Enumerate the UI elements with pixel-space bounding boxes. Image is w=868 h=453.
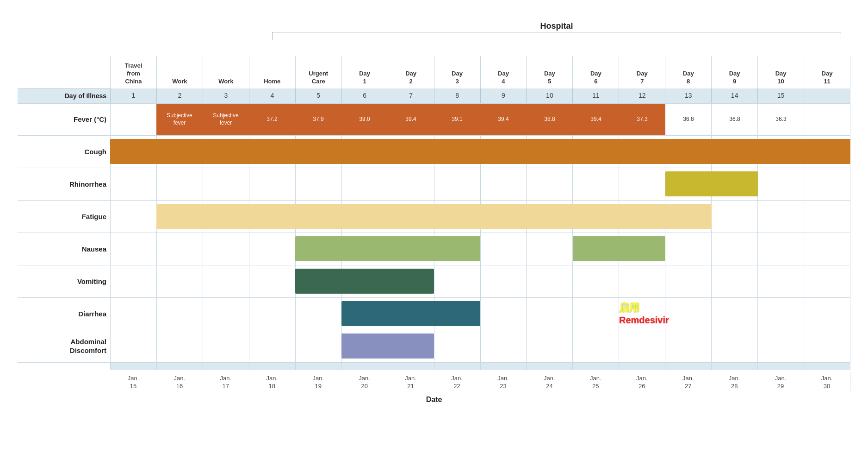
doi-cell-3: 4	[249, 88, 295, 103]
doi-cell-11: 12	[619, 88, 665, 103]
col-header-1: Work	[156, 56, 203, 88]
row-1-col-9	[526, 136, 572, 168]
row-6-col-7	[434, 298, 480, 330]
doi-cell-5: 6	[341, 88, 388, 103]
row-3-col-9	[526, 201, 572, 233]
bottom-strip-col-11	[619, 363, 665, 370]
bottom-strip-col-15	[804, 363, 850, 370]
data-row-5: Vomiting	[18, 265, 850, 298]
col-header-12: Day8	[665, 56, 711, 88]
row-7-col-13	[711, 330, 757, 362]
date-cell-13: Jan.28	[711, 372, 757, 391]
row-2-col-5	[341, 168, 388, 200]
bottom-strip-col-7	[434, 363, 480, 370]
row-2-col-2	[203, 168, 249, 200]
date-cell-14: Jan.29	[757, 372, 804, 391]
row-4-col-2	[203, 233, 249, 265]
row-2-col-15	[804, 168, 850, 200]
doi-cell-13: 14	[711, 88, 757, 103]
row-6-col-0	[110, 298, 156, 330]
row-6-col-13	[711, 298, 757, 330]
row-1-col-4	[295, 136, 341, 168]
bottom-strip-cols	[110, 363, 850, 370]
row-4-col-4	[295, 233, 341, 265]
date-cell-4: Jan.19	[295, 372, 341, 391]
row-1-col-3	[249, 136, 295, 168]
row-7-col-15	[804, 330, 850, 362]
row-2-col-6	[388, 168, 434, 200]
bottom-strip-col-13	[711, 363, 757, 370]
row-5-col-11	[619, 265, 665, 297]
row-0-col-3	[249, 104, 295, 135]
row-2-col-7	[434, 168, 480, 200]
chart-container: Hospital TravelfromChinaWorkWorkHomeUrge…	[13, 21, 855, 432]
row-4-col-13	[711, 233, 757, 265]
col-header-14: Day10	[757, 56, 804, 88]
row-3-col-11	[619, 201, 665, 233]
row-1-col-2	[203, 136, 249, 168]
row-0-col-11	[619, 104, 665, 135]
row-5-col-0	[110, 265, 156, 297]
row-4-col-9	[526, 233, 572, 265]
doi-cell-0: 1	[110, 88, 156, 103]
row-5-col-9	[526, 265, 572, 297]
row-4-col-10	[572, 233, 619, 265]
row-7-col-8	[480, 330, 527, 362]
date-cell-8: Jan.23	[480, 372, 527, 391]
row-0-col-12	[665, 104, 711, 135]
row-6-col-5	[341, 298, 388, 330]
row-3-col-2	[203, 201, 249, 233]
row-1-col-10	[572, 136, 619, 168]
row-6-col-1	[156, 298, 203, 330]
row-2-col-13	[711, 168, 757, 200]
bottom-strip-col-12	[665, 363, 711, 370]
row-6-col-2	[203, 298, 249, 330]
row-5-col-7	[434, 265, 480, 297]
doi-cell-2: 3	[203, 88, 249, 103]
date-cell-0: Jan.15	[110, 372, 156, 391]
row-4-col-3	[249, 233, 295, 265]
data-row-3: Fatigue	[18, 201, 850, 233]
bottom-strip	[18, 363, 850, 370]
row-2-col-3	[249, 168, 295, 200]
row-5-col-12	[665, 265, 711, 297]
row-5-col-5	[341, 265, 388, 297]
row-5-col-3	[249, 265, 295, 297]
date-cell-6: Jan.21	[388, 372, 434, 391]
row-cols-4	[110, 233, 850, 265]
doi-cell-10: 11	[572, 88, 619, 103]
row-label-6: Diarrhea	[18, 310, 110, 318]
data-row-7: AbdominalDiscomfort	[18, 330, 850, 363]
row-5-col-1	[156, 265, 203, 297]
row-0-col-8	[480, 104, 527, 135]
row-6-col-3	[249, 298, 295, 330]
bottom-strip-col-9	[526, 363, 572, 370]
row-label-7: AbdominalDiscomfort	[18, 337, 110, 355]
row-label-4: Nausea	[18, 245, 110, 253]
row-4-col-1	[156, 233, 203, 265]
bottom-strip-col-14	[757, 363, 804, 370]
row-1-col-14	[757, 136, 804, 168]
row-6-col-14	[757, 298, 804, 330]
data-row-2: Rhinorrhea	[18, 168, 850, 201]
date-cell-10: Jan.25	[572, 372, 619, 391]
hospital-section: Hospital	[272, 21, 841, 40]
col-header-15: Day11	[804, 56, 850, 88]
doi-row: Day of Illness 123456789101112131415	[18, 88, 850, 103]
row-2-col-8	[480, 168, 527, 200]
row-cols-2	[110, 168, 850, 200]
col-headers: TravelfromChinaWorkWorkHomeUrgentCareDay…	[18, 56, 850, 88]
doi-cell-1: 2	[156, 88, 203, 103]
row-7-col-5	[341, 330, 388, 362]
row-6-col-12	[665, 298, 711, 330]
row-7-col-4	[295, 330, 341, 362]
row-1-col-0	[110, 136, 156, 168]
row-0-col-0	[110, 104, 156, 135]
row-5-col-8	[480, 265, 527, 297]
row-3-col-8	[480, 201, 527, 233]
doi-cell-9: 10	[526, 88, 572, 103]
row-label-1: Cough	[18, 148, 110, 156]
row-6-col-4	[295, 298, 341, 330]
row-7-col-10	[572, 330, 619, 362]
row-3-col-4	[295, 201, 341, 233]
